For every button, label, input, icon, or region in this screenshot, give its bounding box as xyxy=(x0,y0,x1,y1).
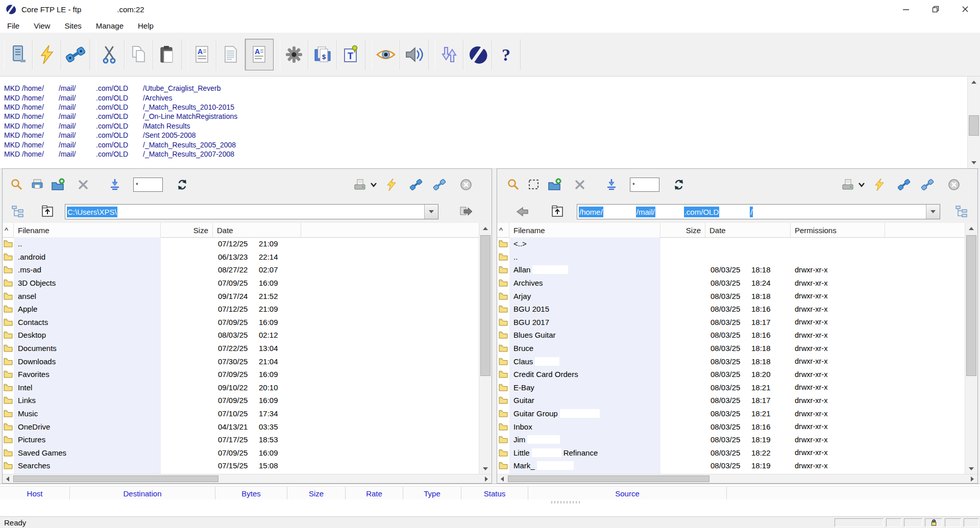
date-column-header[interactable]: Date xyxy=(213,223,301,237)
file-row[interactable]: Favorites 07/09/2516:09 xyxy=(3,368,479,381)
tree-view-button[interactable] xyxy=(8,202,28,222)
tree-view-button[interactable] xyxy=(951,202,972,222)
file-row[interactable]: Links 07/09/2516:09 xyxy=(3,394,479,407)
connect-download-button[interactable] xyxy=(429,174,450,195)
scroll-thumb[interactable] xyxy=(966,235,976,376)
menu-item[interactable]: Manage xyxy=(89,18,131,33)
file-row[interactable]: Mark_ 08/03/2518:19 drwxr-xr-x xyxy=(497,459,965,472)
close-button[interactable] xyxy=(950,0,980,18)
file-row[interactable]: <..> xyxy=(497,237,965,250)
remote-vscrollbar[interactable] xyxy=(965,223,977,474)
file-row[interactable]: .android 06/13/2322:14 xyxy=(3,250,479,264)
queue-button[interactable] xyxy=(435,39,463,70)
session-transfers-button[interactable]: $ xyxy=(308,39,337,70)
back-button[interactable] xyxy=(512,202,533,222)
date-column-header[interactable]: Date xyxy=(705,223,791,237)
queue-column-bytes[interactable]: Bytes xyxy=(215,487,287,500)
filter-input[interactable] xyxy=(630,178,659,192)
permissions-column-header[interactable]: Permissions xyxy=(791,223,885,237)
view-raw-button[interactable] xyxy=(216,39,245,70)
file-row[interactable]: Bruce 08/03/2518:18 drwxr-xr-x xyxy=(497,342,965,355)
file-row[interactable]: BGU 2015 08/03/2518:16 drwxr-xr-x xyxy=(497,303,965,316)
transfer-button[interactable] xyxy=(869,174,890,195)
file-row[interactable]: BGU 2017 08/03/2518:17 drwxr-xr-x xyxy=(497,316,965,329)
remote-hscrollbar[interactable] xyxy=(497,474,977,483)
remote-path-combobox[interactable]: /home//mail/.com/OLD/ xyxy=(577,204,940,219)
file-row[interactable]: Guitar 08/03/2518:17 drwxr-xr-x xyxy=(497,394,965,407)
log-scrollbar[interactable] xyxy=(967,77,980,168)
file-row[interactable]: Downloads 07/30/2521:04 xyxy=(3,355,479,368)
file-row[interactable]: Intel 09/10/2220:10 xyxy=(3,381,479,394)
file-row[interactable]: .. xyxy=(497,250,965,264)
queue-column-size[interactable]: Size xyxy=(287,487,346,500)
abort-button[interactable] xyxy=(944,174,964,195)
properties-button[interactable] xyxy=(27,174,47,195)
chevron-down-icon[interactable] xyxy=(858,182,865,188)
file-row[interactable]: Contacts 07/09/2516:09 xyxy=(3,316,479,329)
file-row[interactable]: E-Bay 08/03/2518:21 drwxr-xr-x xyxy=(497,381,965,394)
scroll-down-arrow[interactable] xyxy=(968,157,980,168)
size-column-header[interactable]: Size xyxy=(660,223,705,237)
queue-column-host[interactable]: Host xyxy=(0,487,70,500)
drive-select-button[interactable] xyxy=(838,174,858,195)
file-row[interactable]: Pictures 07/17/2518:53 xyxy=(3,433,479,446)
file-row[interactable]: Desktop 08/03/2502:12 xyxy=(3,329,479,342)
transfer-button[interactable] xyxy=(381,174,402,195)
minimize-button[interactable] xyxy=(891,0,921,18)
connect-download-button[interactable] xyxy=(917,174,938,195)
scroll-up-arrow[interactable] xyxy=(968,77,980,88)
quick-connect-button[interactable] xyxy=(33,39,61,70)
search-button[interactable] xyxy=(503,174,524,195)
scroll-up-arrow[interactable] xyxy=(479,223,492,234)
sort-column-header[interactable]: ^ xyxy=(3,223,14,237)
menu-item[interactable]: File xyxy=(0,18,27,33)
combo-dropdown-button[interactable] xyxy=(424,205,438,219)
file-row[interactable]: Searches 07/15/2515:08 xyxy=(3,459,479,472)
menu-item[interactable]: Sites xyxy=(57,18,88,33)
file-row[interactable]: Allan 08/03/2518:18 drwxr-xr-x xyxy=(497,263,965,276)
scroll-right-arrow[interactable] xyxy=(481,474,492,483)
delete-button[interactable] xyxy=(73,174,93,195)
queue-column-destination[interactable]: Destination xyxy=(70,487,215,500)
scroll-thumb[interactable] xyxy=(508,475,709,482)
size-column-header[interactable]: Size xyxy=(161,223,213,237)
combo-dropdown-button[interactable] xyxy=(926,205,940,219)
abort-button[interactable] xyxy=(456,174,476,195)
file-row[interactable]: Guitar Group 08/03/2518:21 drwxr-xr-x xyxy=(497,407,965,420)
sounds-button[interactable] xyxy=(400,39,429,70)
queue-column-source[interactable]: Source xyxy=(528,487,727,500)
file-row[interactable]: Documents 07/22/2513:04 xyxy=(3,342,479,355)
file-row[interactable]: Saved Games 07/09/2516:09 xyxy=(3,446,479,460)
filter-input[interactable] xyxy=(133,178,163,192)
folder-up-button[interactable] xyxy=(547,202,568,222)
file-row[interactable]: Jim 08/03/2518:19 drwxr-xr-x xyxy=(497,433,965,446)
copy-button[interactable] xyxy=(125,39,153,70)
help-button[interactable]: ? xyxy=(492,39,521,70)
scroll-left-arrow[interactable] xyxy=(3,474,13,483)
cut-button[interactable] xyxy=(96,39,125,70)
local-hscrollbar[interactable] xyxy=(3,474,492,483)
scroll-down-arrow[interactable] xyxy=(965,463,977,474)
queue-column-status[interactable]: Status xyxy=(461,487,528,500)
file-row[interactable]: ansel 09/17/2421:52 xyxy=(3,289,479,303)
local-path-combobox[interactable]: C:\Users\XPS\ xyxy=(65,204,438,219)
go-to-path-button[interactable] xyxy=(456,202,476,222)
set-point-button[interactable] xyxy=(105,174,125,195)
file-row[interactable]: Arjay 08/03/2518:18 drwxr-xr-x xyxy=(497,289,965,303)
set-point-button[interactable] xyxy=(601,174,622,195)
connect-button[interactable] xyxy=(61,39,90,70)
file-row[interactable]: Inbox 08/03/2518:16 drwxr-xr-x xyxy=(497,420,965,433)
file-row[interactable]: Credit Card Orders 08/03/2518:20 drwxr-x… xyxy=(497,368,965,381)
chevron-down-icon[interactable] xyxy=(370,182,377,188)
new-folder-button[interactable] xyxy=(47,174,68,195)
preview-button[interactable] xyxy=(372,39,400,70)
scroll-up-arrow[interactable] xyxy=(965,223,977,234)
file-row[interactable]: Claus 08/03/2518:18 drwxr-xr-x xyxy=(497,355,965,368)
refresh-button[interactable] xyxy=(172,174,192,195)
new-folder-button[interactable] xyxy=(544,174,565,195)
file-row[interactable]: Apple 07/12/2521:09 xyxy=(3,303,479,316)
file-row[interactable]: Music 07/10/2517:34 xyxy=(3,407,479,420)
search-button[interactable] xyxy=(7,174,27,195)
scroll-thumb[interactable] xyxy=(13,475,218,482)
scroll-thumb[interactable] xyxy=(480,235,491,376)
